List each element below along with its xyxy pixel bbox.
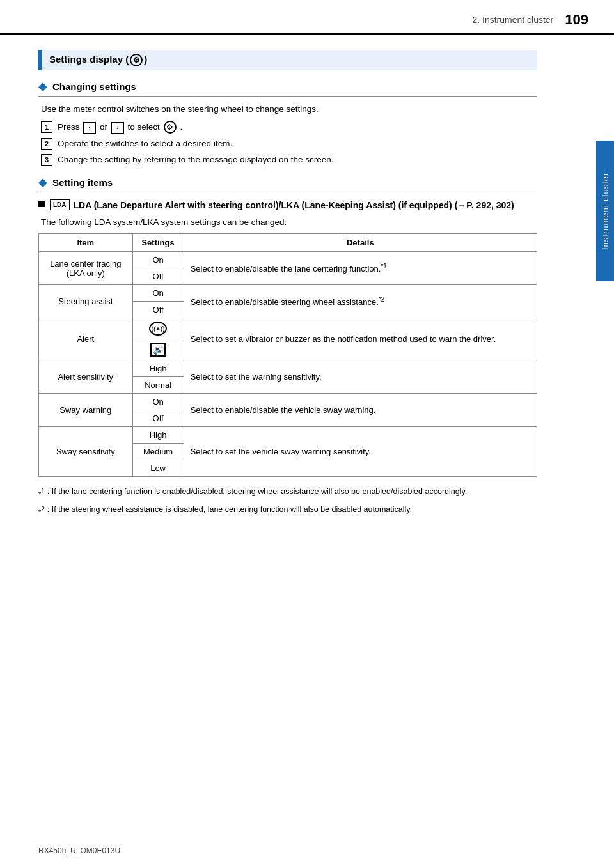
- col-header-settings: Settings: [132, 234, 184, 252]
- chapter-label: 2. Instrument cluster: [472, 15, 553, 25]
- footer-text: RX450h_U_OM0E013U: [38, 846, 120, 855]
- vibrate-icon: ((●)): [149, 322, 167, 336]
- footnote-1: *1 : If the lane centering function is e…: [38, 486, 537, 500]
- diamond-bullet-2: ◆: [38, 175, 47, 189]
- step-3-text: Change the setting by referring to the m…: [58, 153, 334, 166]
- step-2-text: Operate the switches to select a desired…: [58, 137, 232, 150]
- item-alert: Alert: [39, 318, 133, 360]
- setting-sway-high: High: [132, 427, 184, 444]
- col-header-details: Details: [184, 234, 537, 252]
- sidebar-tab-label: Instrument cluster: [601, 172, 610, 249]
- table-row-alert-sens-high: Alert sensitivity High Select to set the…: [39, 360, 537, 377]
- footnote-1-marker: *1: [38, 486, 45, 500]
- following-text: The following LDA system/LKA system sett…: [41, 217, 537, 227]
- content-area: Settings display (⚙) ◆ Changing settings…: [0, 35, 576, 541]
- settings-gear-icon: ⚙: [130, 54, 143, 66]
- page-footer: RX450h_U_OM0E013U: [38, 846, 120, 855]
- detail-sway-sensitivity: Select to set the vehicle sway warning s…: [184, 427, 537, 477]
- sound-icon: 🔊: [150, 343, 166, 357]
- detail-steering: Select to enable/disable steering wheel …: [184, 285, 537, 318]
- item-lane-center: Lane center tracing(LKA only): [39, 252, 133, 285]
- setting-alert-vibrate: ((●)): [132, 318, 184, 339]
- step-1-text: Press ‹ or › to select ⚙ .: [58, 121, 182, 134]
- setting-items-section: ◆ Setting items LDA LDA (Lane Departure …: [38, 175, 537, 518]
- col-header-item: Item: [39, 234, 133, 252]
- item-steering-assist: Steering assist: [39, 285, 133, 318]
- setting-items-title: Setting items: [52, 177, 113, 188]
- step-3-badge: 3: [41, 154, 52, 166]
- setting-alert-sound: 🔊: [132, 339, 184, 360]
- setting-sway-medium: Medium: [132, 444, 184, 460]
- detail-sway-warning: Select to enable/disable the vehicle swa…: [184, 394, 537, 427]
- footnote-2: *2 : If the steering wheel assistance is…: [38, 504, 537, 518]
- item-sway-warning: Sway warning: [39, 394, 133, 427]
- section-header-text: Settings display (⚙): [49, 54, 147, 66]
- black-square: [38, 201, 45, 207]
- table-row-steering-on: Steering assist On Select to enable/disa…: [39, 285, 537, 302]
- changing-settings-intro: Use the meter control switches on the st…: [41, 103, 537, 116]
- setting-sway-low: Low: [132, 460, 184, 477]
- detail-alert: Select to set a vibrator or buzzer as th…: [184, 318, 537, 360]
- footnote-2-text: : If the steering wheel assistance is di…: [47, 504, 412, 516]
- step-3: 3 Change the setting by referring to the…: [41, 153, 537, 166]
- footnote-2-marker: *2: [38, 504, 45, 518]
- footnotes: *1 : If the lane centering function is e…: [38, 486, 537, 518]
- setting-alert-normal: Normal: [132, 377, 184, 394]
- setting-steering-on: On: [132, 285, 184, 302]
- item-sway-sensitivity: Sway sensitivity: [39, 427, 133, 477]
- lda-text: LDA (Lane Departure Alert with steering …: [74, 199, 514, 212]
- detail-lane-center: Select to enable/disable the lane center…: [184, 252, 537, 285]
- step-1: 1 Press ‹ or › to select ⚙ .: [41, 121, 537, 134]
- setting-alert-high: High: [132, 360, 184, 377]
- page-container: 2. Instrument cluster 109 Instrument clu…: [0, 0, 614, 868]
- step-2: 2 Operate the switches to select a desir…: [41, 137, 537, 150]
- lda-header: LDA LDA (Lane Departure Alert with steer…: [38, 199, 537, 212]
- arrow-right-btn: ›: [111, 122, 124, 134]
- changing-settings-header: ◆ Changing settings: [38, 79, 537, 97]
- sidebar-tab: Instrument cluster: [596, 141, 614, 281]
- section-header: Settings display (⚙): [38, 50, 537, 70]
- table-row-sway-warning-on: Sway warning On Select to enable/disable…: [39, 394, 537, 410]
- setting-steering-off: Off: [132, 302, 184, 318]
- settings-table: Item Settings Details Lane center tracin…: [38, 233, 537, 477]
- detail-alert-sensitivity: Select to set the warning sensitivity.: [184, 360, 537, 394]
- table-row-alert-vibrate: Alert ((●)) Select to set a vibrator or …: [39, 318, 537, 339]
- setting-sway-on: On: [132, 394, 184, 410]
- setting-sway-off: Off: [132, 410, 184, 427]
- setting-lane-on: On: [132, 252, 184, 268]
- top-header: 2. Instrument cluster 109: [0, 0, 614, 35]
- diamond-bullet-1: ◆: [38, 79, 47, 93]
- step-1-badge: 1: [41, 121, 52, 133]
- item-alert-sensitivity: Alert sensitivity: [39, 360, 133, 394]
- footnote-1-text: : If the lane centering function is enab…: [47, 486, 467, 498]
- page-number: 109: [565, 12, 588, 28]
- changing-settings-title: Changing settings: [52, 81, 136, 92]
- select-settings-icon: ⚙: [164, 121, 177, 134]
- setting-lane-off: Off: [132, 268, 184, 285]
- arrow-left-btn: ‹: [83, 122, 96, 134]
- setting-items-header: ◆ Setting items: [38, 175, 537, 192]
- table-row-lane-center-on: Lane center tracing(LKA only) On Select …: [39, 252, 537, 268]
- table-row-sway-sens-high: Sway sensitivity High Select to set the …: [39, 427, 537, 444]
- lda-icon: LDA: [50, 199, 70, 210]
- step-2-badge: 2: [41, 138, 52, 150]
